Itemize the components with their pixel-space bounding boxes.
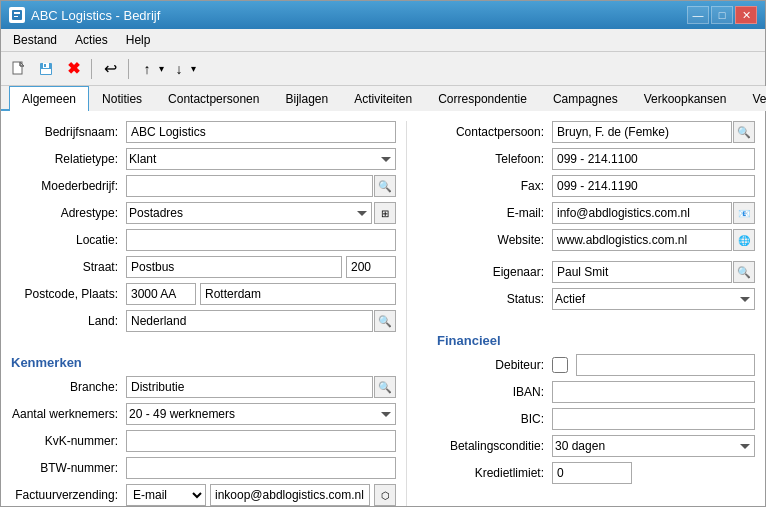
tab-verkooporders[interactable]: Verkooporders [739, 86, 766, 111]
new-button[interactable] [7, 57, 31, 81]
contactpersoon-search-button[interactable]: 🔍 [733, 121, 755, 143]
telefoon-input[interactable] [552, 148, 755, 170]
status-field: Actief [552, 288, 755, 310]
bedrijfsnaam-input[interactable] [126, 121, 396, 143]
email-input[interactable] [552, 202, 732, 224]
down-arrow[interactable]: ▾ [191, 63, 196, 74]
kvk-input[interactable] [126, 430, 396, 452]
eigenaar-row: Eigenaar: 🔍 [437, 261, 755, 283]
up-arrow[interactable]: ▾ [159, 63, 164, 74]
telefoon-field [552, 148, 755, 170]
straat-input[interactable] [126, 256, 342, 278]
save-button[interactable] [34, 57, 58, 81]
debiteur-input[interactable] [576, 354, 755, 376]
moederbedrijf-search-button[interactable]: 🔍 [374, 175, 396, 197]
email-icon-button[interactable]: 📧 [733, 202, 755, 224]
moederbedrijf-input[interactable] [126, 175, 373, 197]
factuur-select[interactable]: E-mail Post [126, 484, 206, 506]
eigenaar-search-button[interactable]: 🔍 [733, 261, 755, 283]
factuur-input-row: E-mail Post E-mail Post ⬡ [126, 484, 396, 506]
moederbedrijf-row: Moederbedrijf: 🔍 [11, 175, 396, 197]
fax-label: Fax: [437, 179, 552, 193]
land-search-button[interactable]: 🔍 [374, 310, 396, 332]
form-grid: Bedrijfsnaam: Relatietype: Klant [11, 121, 755, 506]
menu-acties[interactable]: Acties [67, 31, 116, 49]
relatietype-select[interactable]: Klant [126, 148, 396, 170]
menu-help[interactable]: Help [118, 31, 159, 49]
iban-field [552, 381, 755, 403]
branche-field: 🔍 [126, 376, 396, 398]
iban-input[interactable] [552, 381, 755, 403]
close-button[interactable]: ✕ [735, 6, 757, 24]
status-row: Status: Actief [437, 288, 755, 310]
branche-search-button[interactable]: 🔍 [374, 376, 396, 398]
iban-label: IBAN: [437, 385, 552, 399]
land-row: Land: 🔍 [11, 310, 396, 332]
toolbar: ✖ ↩ ↑ ▾ ↓ ▾ [1, 52, 765, 86]
eigenaar-input[interactable] [552, 261, 732, 283]
fax-field [552, 175, 755, 197]
email-row: E-mail: 📧 [437, 202, 755, 224]
werknemers-select[interactable]: 20 - 49 werknemers [126, 403, 396, 425]
contactpersoon-input[interactable] [552, 121, 732, 143]
plaats-input[interactable] [200, 283, 396, 305]
postcode-input[interactable] [126, 283, 196, 305]
window-title: ABC Logistics - Bedrijf [31, 8, 160, 23]
delete-button[interactable]: ✖ [61, 57, 85, 81]
bic-row: BIC: [437, 408, 755, 430]
debiteur-checkbox[interactable] [552, 357, 568, 373]
tab-notities[interactable]: Notities [89, 86, 155, 111]
btw-input[interactable] [126, 457, 396, 479]
section-divider-left [11, 337, 396, 345]
betalingsconditie-select[interactable]: 30 dagen [552, 435, 755, 457]
down-button[interactable]: ↓ [167, 57, 191, 81]
locatie-input[interactable] [126, 229, 396, 251]
locatie-label: Locatie: [11, 233, 126, 247]
factuur-icon-button[interactable]: ⬡ [374, 484, 396, 506]
bic-input[interactable] [552, 408, 755, 430]
undo-button[interactable]: ↩ [98, 57, 122, 81]
adrestype-field: Postadres ⊞ [126, 202, 396, 224]
tab-contactpersonen[interactable]: Contactpersonen [155, 86, 272, 111]
betalingsconditie-field: 30 dagen [552, 435, 755, 457]
adrestype-extra-button[interactable]: ⊞ [374, 202, 396, 224]
tab-correspondentie[interactable]: Correspondentie [425, 86, 540, 111]
fax-input[interactable] [552, 175, 755, 197]
betalingsconditie-label: Betalingsconditie: [437, 439, 552, 453]
maximize-button[interactable]: □ [711, 6, 733, 24]
tab-campagnes[interactable]: Campagnes [540, 86, 631, 111]
status-select[interactable]: Actief [552, 288, 755, 310]
adrestype-label: Adrestype: [11, 206, 126, 220]
menu-bestand[interactable]: Bestand [5, 31, 65, 49]
website-icon-button[interactable]: 🌐 [733, 229, 755, 251]
tab-activiteiten[interactable]: Activiteiten [341, 86, 425, 111]
up-dropdown[interactable]: ↑ ▾ [135, 57, 164, 81]
tab-verkoopkansen[interactable]: Verkoopkansen [631, 86, 740, 111]
relatietype-field: Klant [126, 148, 396, 170]
adrestype-select[interactable]: Postadres [126, 202, 372, 224]
contactpersoon-label: Contactpersoon: [437, 125, 552, 139]
branche-input[interactable] [126, 376, 373, 398]
land-field: 🔍 [126, 310, 396, 332]
land-input[interactable] [126, 310, 373, 332]
land-label: Land: [11, 314, 126, 328]
menu-bar: Bestand Acties Help [1, 29, 765, 52]
title-bar-left: ABC Logistics - Bedrijf [9, 7, 160, 23]
title-bar-controls: — □ ✕ [687, 6, 757, 24]
up-button[interactable]: ↑ [135, 57, 159, 81]
title-bar: ABC Logistics - Bedrijf — □ ✕ [1, 1, 765, 29]
btw-label: BTW-nummer: [11, 461, 126, 475]
tab-algemeen[interactable]: Algemeen [9, 86, 89, 111]
werknemers-field: 20 - 49 werknemers [126, 403, 396, 425]
factuur-email-input[interactable] [210, 484, 370, 506]
huisnummer-input[interactable] [346, 256, 396, 278]
website-input[interactable] [552, 229, 732, 251]
tab-bijlagen[interactable]: Bijlagen [272, 86, 341, 111]
eigenaar-label: Eigenaar: [437, 265, 552, 279]
postcode-label: Postcode, Plaats: [11, 287, 126, 301]
window-icon [9, 7, 25, 23]
krediet-input[interactable] [552, 462, 632, 484]
minimize-button[interactable]: — [687, 6, 709, 24]
bic-label: BIC: [437, 412, 552, 426]
down-dropdown[interactable]: ↓ ▾ [167, 57, 196, 81]
